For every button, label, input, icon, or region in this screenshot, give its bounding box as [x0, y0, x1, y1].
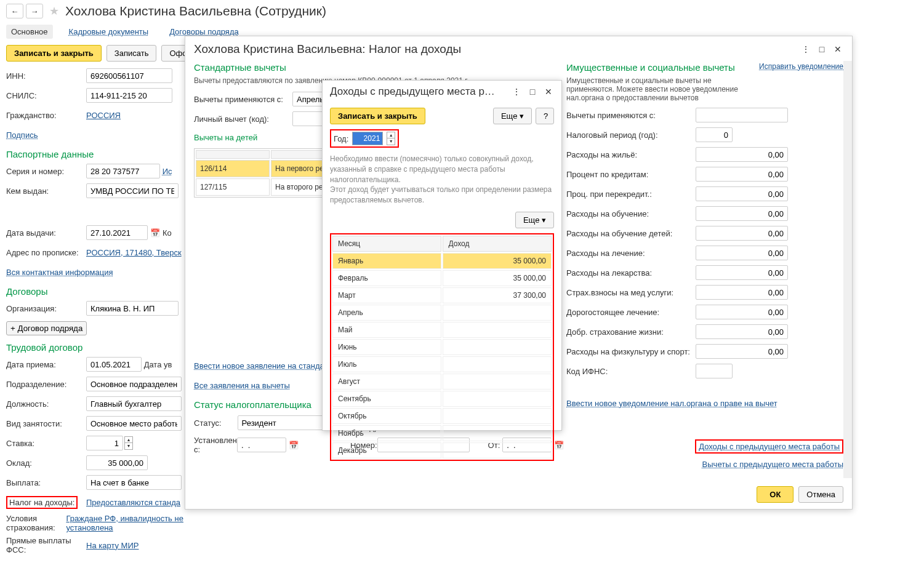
- r-period-field[interactable]: [696, 127, 733, 142]
- property-social-section: Имущественные и социальные вычеты: [566, 62, 753, 73]
- all-contacts-link[interactable]: Вся контактная информация: [6, 268, 113, 277]
- status-field[interactable]: [238, 415, 330, 430]
- help-text: Необходимо ввести (помесячно) только сов…: [330, 154, 554, 206]
- org-field[interactable]: [86, 301, 179, 316]
- table-row[interactable]: Май: [332, 322, 552, 338]
- table-row[interactable]: Октябрь: [332, 408, 552, 424]
- r-housing-field[interactable]: [696, 147, 788, 162]
- r-sport-label: Расходы на физкультуру и спорт:: [566, 347, 696, 356]
- r-med-ins-field[interactable]: [696, 285, 788, 300]
- r-credit-label: Процент по кредитам:: [566, 170, 696, 179]
- insurance-link[interactable]: Граждане РФ, инвалидность не установлена: [66, 514, 191, 532]
- r-edu-child-field[interactable]: [696, 226, 788, 241]
- r-recredit-field[interactable]: [696, 186, 788, 201]
- issued-by-field[interactable]: [86, 183, 179, 198]
- r-apply-field[interactable]: [696, 108, 788, 122]
- prev-income-title: Доходы с предыдущего места р…: [330, 86, 495, 98]
- citizenship-link[interactable]: РОССИЯ: [86, 111, 121, 120]
- calendar-icon[interactable]: 📅: [150, 228, 160, 238]
- r-medical-field[interactable]: [696, 246, 788, 260]
- table-row[interactable]: Июль: [332, 356, 552, 372]
- year-up-icon[interactable]: ▲: [387, 132, 395, 138]
- year-field[interactable]: [352, 132, 383, 145]
- rate-field[interactable]: [86, 436, 123, 450]
- personal-code-label: Личный вычет (код):: [194, 114, 292, 124]
- r-sport-field[interactable]: [696, 344, 788, 359]
- table-row[interactable]: Декабрь: [332, 442, 552, 458]
- table-row[interactable]: Ноябрь: [332, 425, 552, 441]
- r-life-ins-field[interactable]: [696, 324, 788, 339]
- maximize-icon[interactable]: □: [816, 44, 827, 55]
- inn-label: ИНН:: [6, 71, 86, 81]
- previous-income-dialog: Доходы с предыдущего места р… ⋮ □ ✕ Запи…: [322, 80, 562, 431]
- add-contract-button[interactable]: + Договор подряда: [6, 321, 87, 335]
- all-claims-link[interactable]: Все заявления на вычеты: [194, 381, 290, 390]
- close-icon-2[interactable]: ✕: [543, 86, 554, 97]
- apply-from-label: Вычеты применяются с:: [194, 95, 292, 104]
- standard-deductions-section: Стандартные вычеты: [194, 62, 554, 73]
- prev-income-link[interactable]: Доходы с предыдущего места работы: [699, 442, 840, 451]
- ov2-save-close-button[interactable]: Записать и закрыть: [330, 108, 425, 124]
- new-notice-link[interactable]: Ввести новое уведомление нал.органа о пр…: [566, 399, 777, 408]
- ov2-more-button[interactable]: Еще ▾: [493, 108, 532, 124]
- r-edu-field[interactable]: [696, 206, 788, 221]
- r-ifns-field[interactable]: [696, 364, 733, 378]
- issue-date-field[interactable]: [86, 225, 148, 240]
- maximize-icon-2[interactable]: □: [527, 86, 538, 97]
- address-link[interactable]: РОССИЯ, 171480, Тверск: [86, 248, 182, 257]
- r-expensive-field[interactable]: [696, 305, 788, 319]
- r-meds-field[interactable]: [696, 265, 788, 280]
- inn-field[interactable]: [86, 68, 172, 83]
- ok-button[interactable]: ОК: [757, 486, 793, 503]
- table-row[interactable]: Июнь: [332, 339, 552, 355]
- fss-link[interactable]: На карту МИР: [86, 541, 139, 550]
- kebab-icon[interactable]: ⋮: [800, 44, 811, 55]
- dept-field[interactable]: [86, 377, 182, 391]
- back-button[interactable]: ←: [6, 4, 23, 18]
- position-field[interactable]: [86, 396, 182, 411]
- cancel-button[interactable]: Отмена: [798, 486, 843, 503]
- r-life-ins-label: Добр. страхование жизни:: [566, 327, 696, 337]
- series-more[interactable]: Ис: [163, 167, 172, 176]
- tab-hr-docs[interactable]: Кадровые документы: [64, 25, 154, 39]
- dept-label: Подразделение:: [6, 380, 86, 389]
- year-down-icon[interactable]: ▼: [387, 138, 395, 145]
- signature-link[interactable]: Подпись: [6, 130, 38, 140]
- kebab-icon-2[interactable]: ⋮: [511, 86, 522, 97]
- forward-button[interactable]: →: [26, 4, 43, 18]
- series-field[interactable]: [86, 164, 160, 178]
- month-income-table: МесяцДоход Январь35 000,00Февраль35 000,…: [330, 233, 554, 461]
- save-close-button[interactable]: Записать и закрыть: [6, 45, 102, 62]
- employment-type-field[interactable]: [86, 416, 182, 431]
- hire-date-field[interactable]: [86, 357, 142, 372]
- snils-field[interactable]: [86, 88, 172, 103]
- tax-link[interactable]: Предоставляются станда: [86, 498, 180, 507]
- org-label: Организация:: [6, 304, 86, 313]
- tab-main[interactable]: Основное: [6, 25, 53, 39]
- r-medical-label: Расходы на лечение:: [566, 249, 696, 258]
- prev-deduct-link[interactable]: Вычеты с предыдущего места работы: [702, 460, 843, 469]
- fix-notice-link[interactable]: Исправить уведомление: [759, 62, 843, 71]
- favorite-icon[interactable]: ★: [49, 4, 59, 18]
- scrollbar[interactable]: [843, 61, 852, 478]
- set-from-field[interactable]: [237, 438, 286, 452]
- ov2-help-button[interactable]: ?: [536, 108, 554, 124]
- r-credit-field[interactable]: [696, 167, 788, 182]
- table-row[interactable]: Февраль35 000,00: [332, 270, 552, 286]
- table-row[interactable]: Март37 300,00: [332, 287, 552, 303]
- payment-field[interactable]: [86, 475, 182, 490]
- table-row[interactable]: Апрель: [332, 305, 552, 321]
- table-row[interactable]: Январь35 000,00: [332, 253, 552, 269]
- calendar-icon-2[interactable]: 📅: [289, 441, 299, 450]
- ov2-more-button-2[interactable]: Еще ▾: [515, 212, 554, 228]
- issue-date-label: Дата выдачи:: [6, 228, 86, 238]
- save-button[interactable]: Записать: [106, 45, 157, 62]
- tax-label: Налог на доходы:: [6, 496, 86, 509]
- new-claim-link[interactable]: Ввести новое заявление на стандартн: [194, 361, 337, 370]
- salary-field[interactable]: [86, 455, 148, 470]
- table-row[interactable]: Сентябрь: [332, 391, 552, 407]
- table-row[interactable]: Август: [332, 374, 552, 390]
- close-icon[interactable]: ✕: [832, 44, 843, 55]
- employment-type-label: Вид занятости:: [6, 419, 86, 428]
- citizenship-label: Гражданство:: [6, 111, 86, 120]
